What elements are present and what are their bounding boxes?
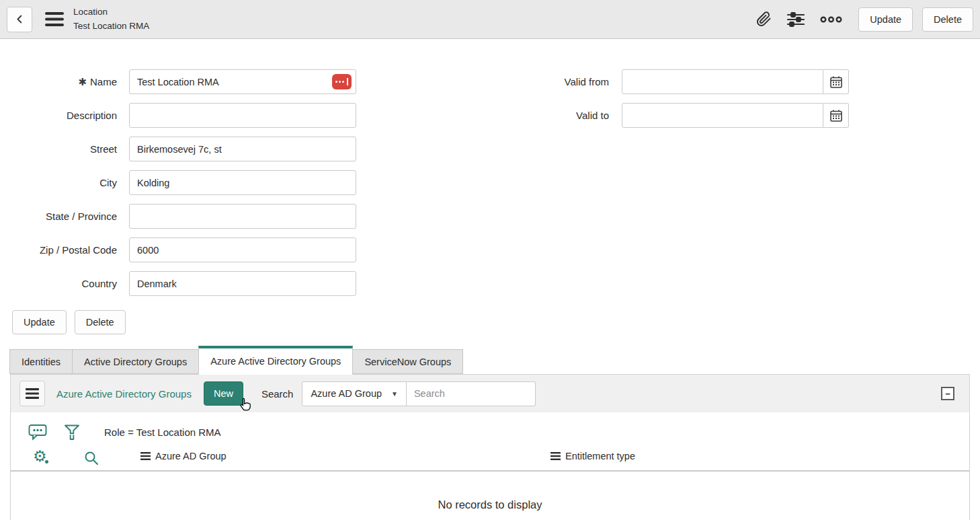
empty-list-message: No records to display	[11, 472, 969, 511]
page-subtitle: Test Location RMA	[73, 20, 149, 33]
country-field[interactable]	[129, 271, 356, 296]
list-header: Azure Active Directory Groups New Search…	[11, 375, 969, 412]
filter-funnel-icon[interactable]	[64, 424, 80, 441]
state-field[interactable]	[129, 204, 356, 229]
form-delete-button[interactable]: Delete	[75, 310, 126, 334]
azure-ad-groups-list-panel: Azure Active Directory Groups New Search…	[10, 374, 970, 520]
delete-button[interactable]: Delete	[922, 7, 973, 32]
tab-identities[interactable]: Identities	[9, 349, 73, 374]
attachment-button[interactable]	[756, 11, 772, 27]
chevron-left-icon	[15, 14, 25, 24]
tab-servicenow-groups[interactable]: ServiceNow Groups	[352, 349, 463, 374]
street-field[interactable]	[129, 137, 356, 161]
list-search-input[interactable]	[407, 381, 536, 406]
tab-azure-active-directory-groups[interactable]: Azure Active Directory Groups	[198, 346, 353, 375]
hand-cursor-icon	[239, 397, 251, 414]
back-button[interactable]	[7, 7, 32, 32]
valid-from-label: Valid from	[482, 76, 622, 87]
calendar-icon	[829, 75, 843, 89]
name-label: ✱Name	[12, 76, 129, 88]
chat-bubble-icon[interactable]	[28, 423, 47, 441]
search-label: Search	[261, 388, 294, 400]
name-field[interactable]	[129, 69, 356, 94]
search-scope-select[interactable]: Azure AD Group ▼	[302, 381, 406, 406]
list-filter-breadcrumb: Role = Test Location RMA	[11, 412, 969, 445]
hamburger-icon	[45, 11, 65, 27]
zip-field[interactable]	[129, 237, 356, 262]
personalize-form-button[interactable]	[787, 11, 805, 28]
street-label: Street	[12, 143, 129, 155]
form-context-menu-button[interactable]	[45, 11, 65, 27]
page-title: Location	[73, 5, 149, 19]
app-header: Location Test Location RMA Update Delete	[0, 0, 980, 39]
column-header-azure-ad-group[interactable]: Azure AD Group	[140, 451, 227, 461]
personalize-columns-button[interactable]: ⚙	[33, 449, 47, 464]
related-list-tabs: Identities Active Directory Groups Azure…	[9, 345, 980, 374]
collapse-list-button[interactable]: −	[941, 387, 954, 400]
column-search-button[interactable]	[83, 450, 99, 466]
country-label: Country	[12, 278, 129, 289]
state-label: State / Province	[12, 211, 129, 222]
hamburger-icon	[26, 388, 39, 399]
description-field[interactable]	[129, 103, 356, 128]
valid-from-field[interactable]	[622, 69, 823, 94]
zip-label: Zip / Postal Code	[12, 244, 129, 256]
filter-condition-text[interactable]: Role = Test Location RMA	[104, 426, 221, 438]
city-field[interactable]	[129, 170, 356, 195]
sliders-icon	[787, 11, 805, 28]
list-context-menu-button[interactable]	[19, 381, 45, 406]
list-column-headers: ⚙ Azure AD Group Entitlement type	[11, 445, 969, 472]
column-header-entitlement-type[interactable]: Entitlement type	[550, 451, 635, 461]
minus-icon: −	[945, 389, 950, 398]
chevron-down-icon: ▼	[391, 390, 398, 398]
update-button[interactable]: Update	[858, 7, 913, 32]
description-label: Description	[12, 110, 129, 121]
ellipsis-icon	[820, 15, 842, 24]
autofill-extension-icon[interactable]	[332, 74, 352, 89]
valid-to-calendar-button[interactable]	[823, 103, 849, 128]
valid-to-label: Valid to	[482, 110, 622, 121]
tab-active-directory-groups[interactable]: Active Directory Groups	[72, 349, 199, 374]
form-update-button[interactable]: Update	[12, 310, 67, 334]
more-options-button[interactable]	[820, 15, 842, 24]
list-title: Azure Active Directory Groups	[56, 388, 192, 400]
location-form: ✱Name Description Street City State / Pr…	[0, 39, 980, 296]
paperclip-icon	[756, 11, 772, 27]
search-icon	[83, 450, 99, 466]
new-record-button[interactable]: New	[204, 381, 243, 406]
calendar-icon	[829, 109, 843, 122]
valid-from-calendar-button[interactable]	[823, 69, 849, 94]
city-label: City	[12, 177, 129, 188]
valid-to-field[interactable]	[622, 103, 823, 128]
column-menu-icon	[550, 452, 561, 460]
required-marker: ✱	[78, 76, 87, 87]
column-menu-icon	[140, 452, 151, 460]
